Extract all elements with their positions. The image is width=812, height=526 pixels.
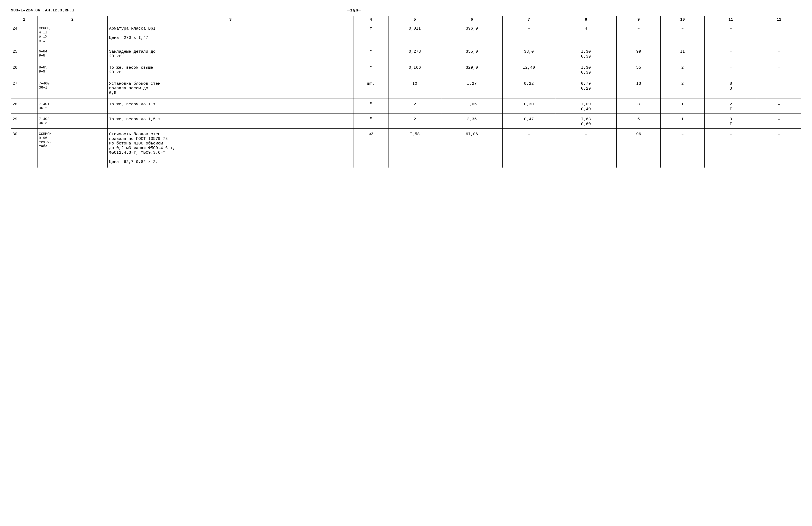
table-row: 268–85 9–9То же, весом свыше 20 кг"0,I66… — [11, 62, 801, 78]
row-number: 25 — [11, 46, 38, 62]
row-reference: ССЦМСМ 9–96 тех.ч. табл.3 — [37, 129, 107, 168]
row-col10: II — [661, 46, 705, 62]
row-description: Установка блоков стен подвала весом до 0… — [107, 78, 353, 99]
row-number: 29 — [11, 114, 38, 129]
row-number: 30 — [11, 129, 38, 168]
row-unit: " — [353, 114, 389, 129]
row-col7: I2,40 — [503, 62, 555, 78]
row-col5: I,58 — [389, 129, 441, 168]
row-col6: 2,36 — [441, 114, 503, 129]
row-col8: I,300,39 — [555, 46, 617, 62]
row-col9: I3 — [617, 78, 661, 99]
col-header-7: 7 — [503, 16, 555, 23]
row-col9: 96 — [617, 129, 661, 168]
row-unit: м3 — [353, 129, 389, 168]
row-col7: – — [503, 129, 555, 168]
row-col12 — [757, 23, 801, 46]
row-col7: 0,22 — [503, 78, 555, 99]
row-col12: – — [757, 99, 801, 114]
row-col11: 2I — [705, 99, 757, 114]
row-reference: ССРСЦ ч.II р.IУ п.I — [37, 23, 107, 46]
row-col11: 83 — [705, 78, 757, 99]
row-col5: 0,I66 — [389, 62, 441, 78]
row-col12: – — [757, 46, 801, 62]
col-header-8: 8 — [555, 16, 617, 23]
row-col10: I — [661, 114, 705, 129]
row-col10: – — [661, 129, 705, 168]
row-col9: – — [617, 23, 661, 46]
row-col6: I,27 — [441, 78, 503, 99]
col-header-2: 2 — [37, 16, 107, 23]
row-col12: – — [757, 78, 801, 99]
row-description: Закладные детали до 20 кг — [107, 46, 353, 62]
row-col8: 0,790,29 — [555, 78, 617, 99]
table-row: 287–40I 36–2То же, весом до I т"2I,650,3… — [11, 99, 801, 114]
row-col12: – — [757, 114, 801, 129]
row-col5: I0 — [389, 78, 441, 99]
row-col12: – — [757, 62, 801, 78]
row-col8: I,300,39 — [555, 62, 617, 78]
page-header: 903–I–224.86 .Ан.I2.3,кн.I —189— — [11, 8, 801, 13]
row-number: 24 — [11, 23, 38, 46]
page-number: —189— — [74, 8, 634, 13]
row-number: 28 — [11, 99, 38, 114]
row-col11: – — [705, 46, 757, 62]
row-col5: 2 — [389, 114, 441, 129]
row-col6: 329,0 — [441, 62, 503, 78]
table-row: 277–400 36–IУстановка блоков стен подвал… — [11, 78, 801, 99]
row-col10: I — [661, 99, 705, 114]
row-col9: 3 — [617, 99, 661, 114]
row-col7: 0,47 — [503, 114, 555, 129]
row-col10: 2 — [661, 62, 705, 78]
main-table: 1 2 3 4 5 6 7 8 9 10 11 12 24ССРСЦ ч.II … — [11, 16, 801, 167]
col-header-1: 1 — [11, 16, 38, 23]
row-col8: 4 — [555, 23, 617, 46]
row-description: То же, весом свыше 20 кг — [107, 62, 353, 78]
row-col6: 396,9 — [441, 23, 503, 46]
table-row: 24ССРСЦ ч.II р.IУ п.IАрматура класса BpI… — [11, 23, 801, 46]
row-col11: 3I — [705, 114, 757, 129]
table-row: 256–84 9–8Закладные детали до 20 кг"0,27… — [11, 46, 801, 62]
row-description: Арматура класса BpI Цена: 270 x I,47 — [107, 23, 353, 46]
row-unit: шт. — [353, 78, 389, 99]
row-col12: – — [757, 129, 801, 168]
row-col9: 99 — [617, 46, 661, 62]
row-number: 26 — [11, 62, 38, 78]
table-row: 297–402 36–3То же, весом до I,5 т"22,360… — [11, 114, 801, 129]
row-col5: 0,278 — [389, 46, 441, 62]
row-col8: I,630,60 — [555, 114, 617, 129]
row-unit: " — [353, 46, 389, 62]
col-header-5: 5 — [389, 16, 441, 23]
row-col5: 2 — [389, 99, 441, 114]
row-description: То же, весом до I,5 т — [107, 114, 353, 129]
row-col11: – — [705, 129, 757, 168]
row-col6: 6I,06 — [441, 129, 503, 168]
row-reference: 8–85 9–9 — [37, 62, 107, 78]
col-header-10: 10 — [661, 16, 705, 23]
row-reference: 7–40I 36–2 — [37, 99, 107, 114]
row-unit: " — [353, 99, 389, 114]
col-header-6: 6 — [441, 16, 503, 23]
row-col5: 0,0II — [389, 23, 441, 46]
row-number: 27 — [11, 78, 38, 99]
row-unit: т — [353, 23, 389, 46]
row-col8: I,090,40 — [555, 99, 617, 114]
row-col10: 2 — [661, 78, 705, 99]
row-col7: 0,30 — [503, 99, 555, 114]
row-unit: " — [353, 62, 389, 78]
row-col7: – — [503, 23, 555, 46]
col-header-12: 12 — [757, 16, 801, 23]
row-col6: 355,0 — [441, 46, 503, 62]
row-reference: 7–402 36–3 — [37, 114, 107, 129]
doc-reference: 903–I–224.86 .Ан.I2.3,кн.I — [11, 8, 74, 13]
col-header-11: 11 — [705, 16, 757, 23]
row-col11: – — [705, 62, 757, 78]
row-col7: 38,0 — [503, 46, 555, 62]
row-col10: – — [661, 23, 705, 46]
col-header-3: 3 — [107, 16, 353, 23]
row-col9: 55 — [617, 62, 661, 78]
table-row: 30ССЦМСМ 9–96 тех.ч. табл.3Стоимость бло… — [11, 129, 801, 168]
col-header-9: 9 — [617, 16, 661, 23]
table-header-row: 1 2 3 4 5 6 7 8 9 10 11 12 — [11, 16, 801, 23]
row-description: Стоимость блоков стен подвала по ГОСТ I3… — [107, 129, 353, 168]
